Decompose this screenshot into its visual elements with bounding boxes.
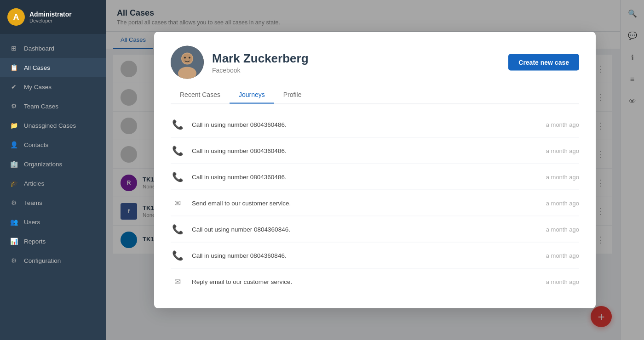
journey-item: 📞 Call out using number 0804360846. a mo… bbox=[171, 216, 579, 243]
sidebar-item-users[interactable]: 👥Users bbox=[0, 212, 106, 232]
create-new-case-button[interactable]: Create new case bbox=[508, 54, 579, 71]
sidebar-label-dashboard: Dashboard bbox=[24, 45, 54, 52]
sidebar-header: A Administrator Developer bbox=[0, 0, 106, 34]
sidebar-label-contacts: Contacts bbox=[24, 142, 48, 148]
sidebar-label-all-cases: All Cases bbox=[24, 64, 50, 71]
sidebar-item-team-cases[interactable]: ⚙Team Cases bbox=[0, 96, 106, 116]
sidebar-item-all-cases[interactable]: 📋All Cases bbox=[0, 58, 106, 77]
sidebar-icon-unassigned-cases: 📁 bbox=[9, 121, 18, 130]
svg-point-5 bbox=[189, 57, 190, 59]
modal-contact-name: Mark Zuckerberg bbox=[212, 51, 309, 65]
journey-list: 📞 Call in using number 0804360486. a mon… bbox=[171, 112, 579, 295]
sidebar-label-my-cases: My Cases bbox=[24, 84, 52, 91]
journey-item: 📞 Call in using number 0804360486. a mon… bbox=[171, 112, 579, 138]
journey-description: Call in using number 0804360846. bbox=[192, 252, 517, 259]
modal-tabs: Recent CasesJourneysProfile bbox=[171, 87, 579, 104]
modal-header: Mark Zuckerberg Facebook Create new case bbox=[171, 46, 579, 79]
journey-description: Call in using number 0804360486. bbox=[192, 147, 517, 154]
main-area: All Cases The portal all cases that allo… bbox=[106, 0, 644, 340]
journey-time: a month ago bbox=[524, 173, 579, 180]
journey-type-icon: 📞 bbox=[171, 170, 184, 184]
journey-item: ✉ Send email to our customer service. a … bbox=[171, 190, 579, 216]
modal-profile: Mark Zuckerberg Facebook bbox=[171, 46, 309, 79]
sidebar-icon-all-cases: 📋 bbox=[9, 63, 18, 72]
journey-type-icon: 📞 bbox=[171, 118, 184, 131]
sidebar-user-avatar: A bbox=[7, 8, 25, 26]
journey-time: a month ago bbox=[524, 252, 579, 259]
journey-item: 📞 Call in using number 0804360846. a mon… bbox=[171, 243, 579, 269]
sidebar-icon-teams: ⚙ bbox=[9, 198, 18, 207]
sidebar-user-name: Administrator bbox=[29, 11, 72, 18]
journey-description: Call out using number 0804360846. bbox=[192, 226, 517, 232]
sidebar-icon-organizations: 🏢 bbox=[9, 159, 18, 169]
sidebar-item-my-cases[interactable]: ✔My Cases bbox=[0, 77, 106, 96]
journey-type-icon: ✉ bbox=[171, 196, 184, 210]
journey-type-icon: 📞 bbox=[171, 222, 184, 236]
sidebar-user-role: Developer bbox=[29, 18, 72, 23]
avatar-image bbox=[171, 46, 204, 79]
sidebar-label-users: Users bbox=[24, 219, 40, 226]
journey-time: a month ago bbox=[524, 147, 579, 154]
sidebar-item-contacts[interactable]: 👤Contacts bbox=[0, 135, 106, 154]
sidebar-icon-users: 👥 bbox=[9, 217, 18, 227]
journey-type-icon: 📞 bbox=[171, 249, 184, 262]
sidebar-user-info: Administrator Developer bbox=[29, 11, 72, 23]
journey-item: ✉ Reply email to our customer service. a… bbox=[171, 269, 579, 295]
journey-description: Send email to our customer service. bbox=[192, 199, 517, 206]
modal-avatar bbox=[171, 46, 204, 79]
sidebar-label-unassigned-cases: Unassgined Cases bbox=[24, 122, 76, 129]
journey-item: 📞 Call in using number 0804360486. a mon… bbox=[171, 138, 579, 164]
sidebar-label-configuration: Configuration bbox=[24, 257, 61, 264]
sidebar-item-articles[interactable]: 🎓Articles bbox=[0, 174, 106, 193]
modal-contact-info: Mark Zuckerberg Facebook bbox=[212, 51, 309, 74]
journey-description: Call in using number 0804360486. bbox=[192, 173, 517, 180]
sidebar-item-teams[interactable]: ⚙Teams bbox=[0, 193, 106, 212]
sidebar: A Administrator Developer ⊞Dashboard📋All… bbox=[0, 0, 106, 340]
journey-time: a month ago bbox=[524, 226, 579, 232]
sidebar-item-unassigned-cases[interactable]: 📁Unassgined Cases bbox=[0, 116, 106, 135]
sidebar-item-organizations[interactable]: 🏢Organizations bbox=[0, 154, 106, 174]
journey-type-icon: 📞 bbox=[171, 144, 184, 158]
journey-description: Call in using number 0804360486. bbox=[192, 121, 517, 128]
sidebar-icon-contacts: 👤 bbox=[9, 140, 18, 149]
modal-contact-org: Facebook bbox=[212, 66, 309, 74]
sidebar-label-reports: Reports bbox=[24, 238, 46, 245]
sidebar-label-teams: Teams bbox=[24, 199, 42, 206]
sidebar-icon-configuration: ⚙ bbox=[9, 256, 18, 265]
sidebar-item-configuration[interactable]: ⚙Configuration bbox=[0, 251, 106, 270]
sidebar-label-organizations: Organizations bbox=[24, 161, 62, 168]
journey-type-icon: ✉ bbox=[171, 275, 184, 289]
sidebar-nav: ⊞Dashboard📋All Cases✔My Cases⚙Team Cases… bbox=[0, 34, 106, 340]
sidebar-icon-dashboard: ⊞ bbox=[9, 44, 18, 53]
journey-description: Reply email to our customer service. bbox=[192, 278, 517, 285]
svg-point-4 bbox=[184, 57, 186, 59]
journey-time: a month ago bbox=[524, 199, 579, 206]
modal-tab-journeys[interactable]: Journeys bbox=[230, 87, 274, 104]
sidebar-item-dashboard[interactable]: ⊞Dashboard bbox=[0, 39, 106, 58]
sidebar-label-team-cases: Team Cases bbox=[24, 103, 58, 110]
sidebar-item-reports[interactable]: 📊Reports bbox=[0, 232, 106, 251]
sidebar-label-articles: Articles bbox=[24, 180, 44, 187]
contact-modal: Mark Zuckerberg Facebook Create new case… bbox=[154, 32, 596, 308]
sidebar-icon-team-cases: ⚙ bbox=[9, 102, 18, 111]
modal-tab-recent-cases[interactable]: Recent Cases bbox=[171, 87, 230, 104]
sidebar-icon-articles: 🎓 bbox=[9, 179, 18, 188]
sidebar-icon-my-cases: ✔ bbox=[9, 82, 18, 91]
journey-time: a month ago bbox=[524, 278, 579, 285]
modal-tab-profile[interactable]: Profile bbox=[274, 87, 311, 104]
journey-item: 📞 Call in using number 0804360486. a mon… bbox=[171, 164, 579, 190]
sidebar-icon-reports: 📊 bbox=[9, 237, 18, 246]
journey-time: a month ago bbox=[524, 121, 579, 128]
